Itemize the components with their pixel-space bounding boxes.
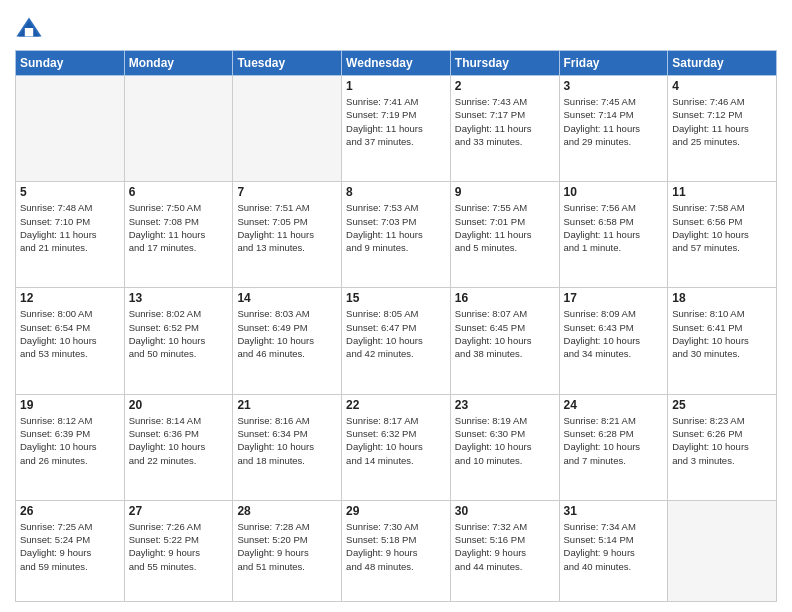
calendar-cell: 26Sunrise: 7:25 AM Sunset: 5:24 PM Dayli… [16,500,125,601]
calendar-cell: 3Sunrise: 7:45 AM Sunset: 7:14 PM Daylig… [559,76,668,182]
day-number: 23 [455,398,555,412]
day-number: 25 [672,398,772,412]
day-info: Sunrise: 7:51 AM Sunset: 7:05 PM Dayligh… [237,201,337,254]
day-info: Sunrise: 7:48 AM Sunset: 7:10 PM Dayligh… [20,201,120,254]
day-info: Sunrise: 7:50 AM Sunset: 7:08 PM Dayligh… [129,201,229,254]
day-number: 6 [129,185,229,199]
week-row-4: 19Sunrise: 8:12 AM Sunset: 6:39 PM Dayli… [16,394,777,500]
day-number: 29 [346,504,446,518]
calendar-cell: 19Sunrise: 8:12 AM Sunset: 6:39 PM Dayli… [16,394,125,500]
day-number: 8 [346,185,446,199]
day-info: Sunrise: 7:41 AM Sunset: 7:19 PM Dayligh… [346,95,446,148]
day-info: Sunrise: 8:14 AM Sunset: 6:36 PM Dayligh… [129,414,229,467]
calendar-cell: 5Sunrise: 7:48 AM Sunset: 7:10 PM Daylig… [16,182,125,288]
calendar-cell: 25Sunrise: 8:23 AM Sunset: 6:26 PM Dayli… [668,394,777,500]
day-number: 19 [20,398,120,412]
calendar-cell: 1Sunrise: 7:41 AM Sunset: 7:19 PM Daylig… [342,76,451,182]
day-info: Sunrise: 8:05 AM Sunset: 6:47 PM Dayligh… [346,307,446,360]
day-info: Sunrise: 8:03 AM Sunset: 6:49 PM Dayligh… [237,307,337,360]
day-number: 12 [20,291,120,305]
day-number: 27 [129,504,229,518]
calendar-cell: 20Sunrise: 8:14 AM Sunset: 6:36 PM Dayli… [124,394,233,500]
calendar-cell [124,76,233,182]
day-info: Sunrise: 7:43 AM Sunset: 7:17 PM Dayligh… [455,95,555,148]
day-number: 22 [346,398,446,412]
header [15,10,777,42]
day-info: Sunrise: 8:19 AM Sunset: 6:30 PM Dayligh… [455,414,555,467]
day-info: Sunrise: 7:53 AM Sunset: 7:03 PM Dayligh… [346,201,446,254]
day-info: Sunrise: 8:21 AM Sunset: 6:28 PM Dayligh… [564,414,664,467]
day-info: Sunrise: 8:09 AM Sunset: 6:43 PM Dayligh… [564,307,664,360]
weekday-header-row: SundayMondayTuesdayWednesdayThursdayFrid… [16,51,777,76]
calendar-cell: 7Sunrise: 7:51 AM Sunset: 7:05 PM Daylig… [233,182,342,288]
day-number: 21 [237,398,337,412]
day-info: Sunrise: 8:12 AM Sunset: 6:39 PM Dayligh… [20,414,120,467]
day-info: Sunrise: 7:45 AM Sunset: 7:14 PM Dayligh… [564,95,664,148]
calendar-cell: 30Sunrise: 7:32 AM Sunset: 5:16 PM Dayli… [450,500,559,601]
day-number: 16 [455,291,555,305]
week-row-2: 5Sunrise: 7:48 AM Sunset: 7:10 PM Daylig… [16,182,777,288]
day-info: Sunrise: 7:26 AM Sunset: 5:22 PM Dayligh… [129,520,229,573]
week-row-1: 1Sunrise: 7:41 AM Sunset: 7:19 PM Daylig… [16,76,777,182]
day-number: 4 [672,79,772,93]
day-number: 7 [237,185,337,199]
calendar-cell: 27Sunrise: 7:26 AM Sunset: 5:22 PM Dayli… [124,500,233,601]
day-info: Sunrise: 8:17 AM Sunset: 6:32 PM Dayligh… [346,414,446,467]
day-number: 3 [564,79,664,93]
day-info: Sunrise: 7:58 AM Sunset: 6:56 PM Dayligh… [672,201,772,254]
calendar-cell: 8Sunrise: 7:53 AM Sunset: 7:03 PM Daylig… [342,182,451,288]
weekday-header-sunday: Sunday [16,51,125,76]
calendar-cell: 28Sunrise: 7:28 AM Sunset: 5:20 PM Dayli… [233,500,342,601]
week-row-3: 12Sunrise: 8:00 AM Sunset: 6:54 PM Dayli… [16,288,777,394]
day-info: Sunrise: 8:10 AM Sunset: 6:41 PM Dayligh… [672,307,772,360]
day-info: Sunrise: 8:00 AM Sunset: 6:54 PM Dayligh… [20,307,120,360]
calendar-page: SundayMondayTuesdayWednesdayThursdayFrid… [0,0,792,612]
day-info: Sunrise: 7:46 AM Sunset: 7:12 PM Dayligh… [672,95,772,148]
day-number: 11 [672,185,772,199]
day-info: Sunrise: 7:28 AM Sunset: 5:20 PM Dayligh… [237,520,337,573]
calendar-cell: 22Sunrise: 8:17 AM Sunset: 6:32 PM Dayli… [342,394,451,500]
day-number: 10 [564,185,664,199]
day-info: Sunrise: 7:25 AM Sunset: 5:24 PM Dayligh… [20,520,120,573]
weekday-header-friday: Friday [559,51,668,76]
day-info: Sunrise: 7:55 AM Sunset: 7:01 PM Dayligh… [455,201,555,254]
day-number: 28 [237,504,337,518]
day-number: 13 [129,291,229,305]
calendar-cell: 31Sunrise: 7:34 AM Sunset: 5:14 PM Dayli… [559,500,668,601]
day-number: 30 [455,504,555,518]
calendar-cell: 6Sunrise: 7:50 AM Sunset: 7:08 PM Daylig… [124,182,233,288]
day-info: Sunrise: 7:34 AM Sunset: 5:14 PM Dayligh… [564,520,664,573]
day-number: 1 [346,79,446,93]
svg-rect-2 [25,28,33,36]
day-info: Sunrise: 8:02 AM Sunset: 6:52 PM Dayligh… [129,307,229,360]
calendar-table: SundayMondayTuesdayWednesdayThursdayFrid… [15,50,777,602]
calendar-cell [233,76,342,182]
calendar-cell: 16Sunrise: 8:07 AM Sunset: 6:45 PM Dayli… [450,288,559,394]
calendar-cell: 17Sunrise: 8:09 AM Sunset: 6:43 PM Dayli… [559,288,668,394]
day-number: 24 [564,398,664,412]
calendar-cell: 4Sunrise: 7:46 AM Sunset: 7:12 PM Daylig… [668,76,777,182]
day-info: Sunrise: 7:32 AM Sunset: 5:16 PM Dayligh… [455,520,555,573]
day-info: Sunrise: 8:23 AM Sunset: 6:26 PM Dayligh… [672,414,772,467]
day-info: Sunrise: 7:30 AM Sunset: 5:18 PM Dayligh… [346,520,446,573]
calendar-cell: 15Sunrise: 8:05 AM Sunset: 6:47 PM Dayli… [342,288,451,394]
day-number: 15 [346,291,446,305]
weekday-header-wednesday: Wednesday [342,51,451,76]
calendar-cell: 11Sunrise: 7:58 AM Sunset: 6:56 PM Dayli… [668,182,777,288]
day-number: 26 [20,504,120,518]
weekday-header-saturday: Saturday [668,51,777,76]
day-number: 2 [455,79,555,93]
day-info: Sunrise: 7:56 AM Sunset: 6:58 PM Dayligh… [564,201,664,254]
calendar-cell: 2Sunrise: 7:43 AM Sunset: 7:17 PM Daylig… [450,76,559,182]
calendar-cell: 10Sunrise: 7:56 AM Sunset: 6:58 PM Dayli… [559,182,668,288]
calendar-cell: 12Sunrise: 8:00 AM Sunset: 6:54 PM Dayli… [16,288,125,394]
weekday-header-monday: Monday [124,51,233,76]
weekday-header-thursday: Thursday [450,51,559,76]
day-info: Sunrise: 8:16 AM Sunset: 6:34 PM Dayligh… [237,414,337,467]
calendar-cell: 21Sunrise: 8:16 AM Sunset: 6:34 PM Dayli… [233,394,342,500]
day-number: 5 [20,185,120,199]
calendar-cell: 14Sunrise: 8:03 AM Sunset: 6:49 PM Dayli… [233,288,342,394]
day-info: Sunrise: 8:07 AM Sunset: 6:45 PM Dayligh… [455,307,555,360]
calendar-cell: 18Sunrise: 8:10 AM Sunset: 6:41 PM Dayli… [668,288,777,394]
calendar-cell [668,500,777,601]
